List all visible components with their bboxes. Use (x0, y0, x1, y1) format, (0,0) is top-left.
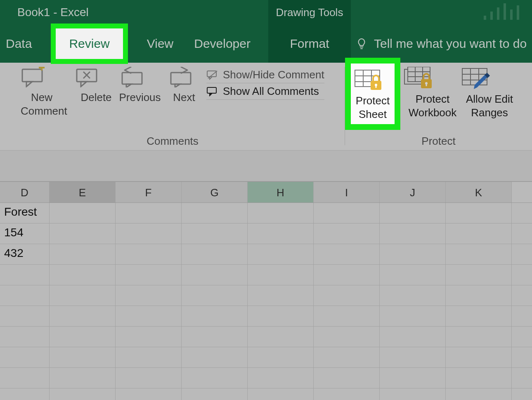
cell[interactable] (116, 327, 182, 347)
delete-comment-button[interactable]: Delete (75, 67, 117, 104)
cell[interactable] (0, 285, 50, 306)
col-header-F[interactable]: F (116, 182, 182, 202)
cell[interactable] (380, 388, 446, 400)
cell-F3[interactable] (116, 244, 182, 264)
cell[interactable] (0, 347, 50, 367)
table-row[interactable] (0, 388, 532, 400)
cell[interactable] (446, 388, 512, 400)
cell[interactable] (0, 388, 50, 400)
cell-H1[interactable] (248, 203, 314, 223)
cell[interactable] (314, 388, 380, 400)
cell[interactable] (380, 368, 446, 388)
col-header-K[interactable]: K (446, 182, 512, 202)
col-header-J[interactable]: J (380, 182, 446, 202)
col-header-H[interactable]: H (248, 182, 314, 202)
cell-D3[interactable]: 432 (0, 244, 50, 264)
cell[interactable] (314, 368, 380, 388)
cell-E2[interactable] (50, 224, 116, 244)
cell[interactable] (446, 285, 512, 306)
formula-bar-area[interactable] (0, 150, 532, 181)
cell-I3[interactable] (314, 244, 380, 264)
cell-G2[interactable] (182, 224, 248, 244)
protect-workbook-button[interactable]: Protect Workbook (404, 67, 461, 119)
cell[interactable] (314, 285, 380, 306)
next-comment-button[interactable]: Next (168, 67, 201, 104)
cell[interactable] (116, 368, 182, 388)
col-header-G[interactable]: G (182, 182, 248, 202)
cell[interactable] (248, 306, 314, 326)
table-row[interactable]: 154 (0, 224, 532, 244)
previous-comment-button[interactable]: Previous (119, 67, 161, 104)
cell[interactable] (314, 306, 380, 326)
cell-I2[interactable] (314, 224, 380, 244)
col-header-D[interactable]: D (0, 182, 50, 202)
cell[interactable] (182, 265, 248, 285)
cell[interactable] (248, 368, 314, 388)
column-headers[interactable]: D E F G H I J K (0, 181, 532, 203)
cell-K2[interactable] (446, 224, 512, 244)
cell[interactable] (0, 327, 50, 347)
cell[interactable] (50, 347, 116, 367)
col-header-E[interactable]: E (50, 182, 116, 202)
cell-H3[interactable] (248, 244, 314, 264)
cell[interactable] (380, 306, 446, 326)
protect-sheet-button[interactable]: Protect Sheet (351, 64, 395, 124)
cell[interactable] (116, 265, 182, 285)
cell[interactable] (50, 388, 116, 400)
cell[interactable] (50, 265, 116, 285)
cell[interactable] (50, 368, 116, 388)
cell[interactable] (380, 265, 446, 285)
cell[interactable] (116, 306, 182, 326)
tab-data[interactable]: Data (4, 34, 33, 53)
tab-view[interactable]: View (145, 34, 175, 53)
cell[interactable] (446, 306, 512, 326)
cell[interactable] (248, 285, 314, 306)
cell[interactable] (380, 347, 446, 367)
cell[interactable] (446, 347, 512, 367)
cell[interactable] (50, 306, 116, 326)
cell[interactable] (0, 306, 50, 326)
cell[interactable] (446, 265, 512, 285)
show-all-comments-button[interactable]: Show All Comments (206, 83, 324, 100)
table-row[interactable] (0, 347, 532, 368)
cell[interactable] (248, 327, 314, 347)
cell-J3[interactable] (380, 244, 446, 264)
cell[interactable] (182, 368, 248, 388)
cell-E1[interactable] (50, 203, 116, 223)
cell-G1[interactable] (182, 203, 248, 223)
table-row[interactable] (0, 327, 532, 347)
cell-J2[interactable] (380, 224, 446, 244)
cell[interactable] (116, 347, 182, 367)
cell[interactable] (50, 285, 116, 306)
table-row[interactable] (0, 368, 532, 388)
cell[interactable] (182, 347, 248, 367)
cell-G3[interactable] (182, 244, 248, 264)
cell-J1[interactable] (380, 203, 446, 223)
table-row[interactable] (0, 265, 532, 285)
cell-E3[interactable] (50, 244, 116, 264)
cell[interactable] (0, 368, 50, 388)
table-row[interactable] (0, 306, 532, 327)
tab-review[interactable]: Review (56, 28, 123, 59)
cell[interactable] (182, 306, 248, 326)
cell[interactable] (248, 265, 314, 285)
table-row[interactable]: 432 (0, 244, 532, 265)
cell[interactable] (314, 327, 380, 347)
col-header-I[interactable]: I (314, 182, 380, 202)
tab-developer[interactable]: Developer (192, 34, 252, 53)
cell-I1[interactable] (314, 203, 380, 223)
cell[interactable] (248, 388, 314, 400)
tell-me-search[interactable]: Tell me what you want to do (355, 25, 527, 63)
cell-H2[interactable] (248, 224, 314, 244)
cell[interactable] (182, 285, 248, 306)
allow-edit-ranges-button[interactable]: Allow Edit Ranges (461, 67, 518, 119)
cell[interactable] (314, 265, 380, 285)
cell[interactable] (182, 327, 248, 347)
cell-K3[interactable] (446, 244, 512, 264)
cell[interactable] (380, 285, 446, 306)
cell[interactable] (446, 368, 512, 388)
cell-F2[interactable] (116, 224, 182, 244)
cell-D1[interactable]: Forest (0, 203, 50, 223)
cell[interactable] (116, 388, 182, 400)
cell[interactable] (182, 388, 248, 400)
